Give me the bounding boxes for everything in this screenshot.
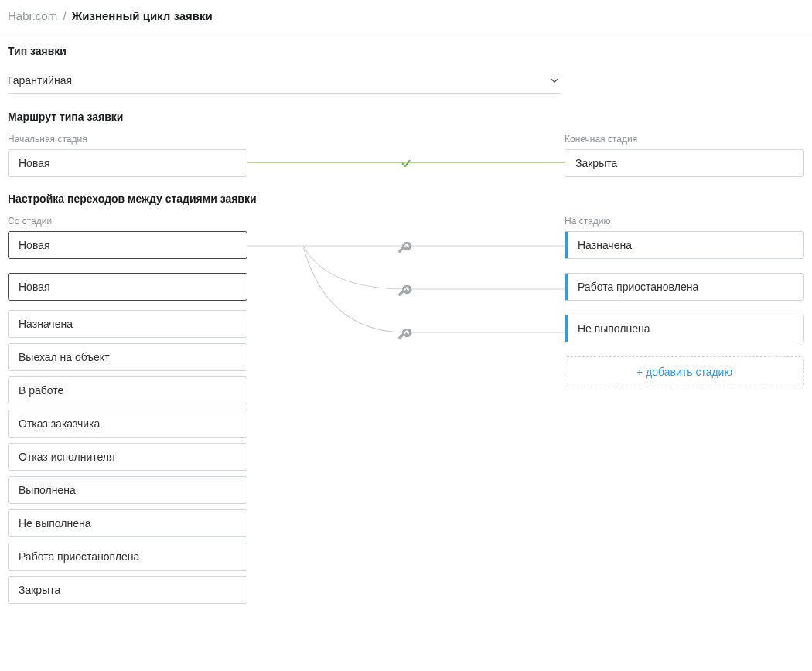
route-row: Начальная стадия Новая Конечная стадия З… bbox=[8, 134, 804, 177]
breadcrumb: Habr.com / Жизненный цикл заявки bbox=[0, 0, 812, 32]
section-route-title: Маршрут типа заявки bbox=[8, 111, 804, 123]
section-type-title: Тип заявки bbox=[8, 45, 804, 57]
chevron-down-icon bbox=[550, 76, 559, 85]
route-start-stage[interactable]: Новая bbox=[8, 149, 247, 177]
route-end-stage[interactable]: Закрыта bbox=[565, 149, 804, 177]
type-select-value: Гарантийная bbox=[8, 74, 72, 87]
from-option[interactable]: В работе bbox=[8, 376, 247, 404]
to-stage[interactable]: Не выполнена bbox=[565, 315, 804, 342]
from-option[interactable]: Работа приостановлена bbox=[8, 543, 247, 571]
transition-connectors: x bbox=[247, 216, 565, 363]
check-icon bbox=[400, 157, 412, 172]
from-option[interactable]: Выехал на объект bbox=[8, 343, 247, 371]
add-stage-button[interactable]: + добавить стадию bbox=[565, 356, 804, 387]
to-label: На стадию bbox=[565, 216, 804, 227]
from-stage-selected[interactable]: Новая bbox=[8, 231, 247, 259]
route-end-label: Конечная стадия bbox=[565, 134, 804, 145]
breadcrumb-page: Жизненный цикл заявки bbox=[72, 9, 213, 22]
breadcrumb-sep: / bbox=[60, 9, 68, 22]
from-label: Со стадии bbox=[8, 216, 247, 227]
type-select[interactable]: Гарантийная bbox=[8, 68, 561, 94]
route-connection-line bbox=[247, 162, 565, 163]
section-transitions-title: Настройка переходов между стадиями заявк… bbox=[8, 192, 804, 205]
to-stage[interactable]: Назначена bbox=[565, 231, 804, 259]
from-option[interactable]: Закрыта bbox=[8, 576, 247, 604]
from-option[interactable]: Отказ исполнителя bbox=[8, 443, 247, 471]
from-option[interactable]: Отказ заказчика bbox=[8, 410, 247, 438]
from-option[interactable]: Выполнена bbox=[8, 476, 247, 504]
from-stage-dup[interactable]: Новая bbox=[8, 273, 247, 301]
route-start-label: Начальная стадия bbox=[8, 134, 247, 145]
from-option[interactable]: Не выполнена bbox=[8, 509, 247, 537]
breadcrumb-site[interactable]: Habr.com bbox=[8, 9, 57, 22]
to-stage[interactable]: Работа приостановлена bbox=[565, 273, 804, 301]
from-option[interactable]: Назначена bbox=[8, 310, 247, 338]
